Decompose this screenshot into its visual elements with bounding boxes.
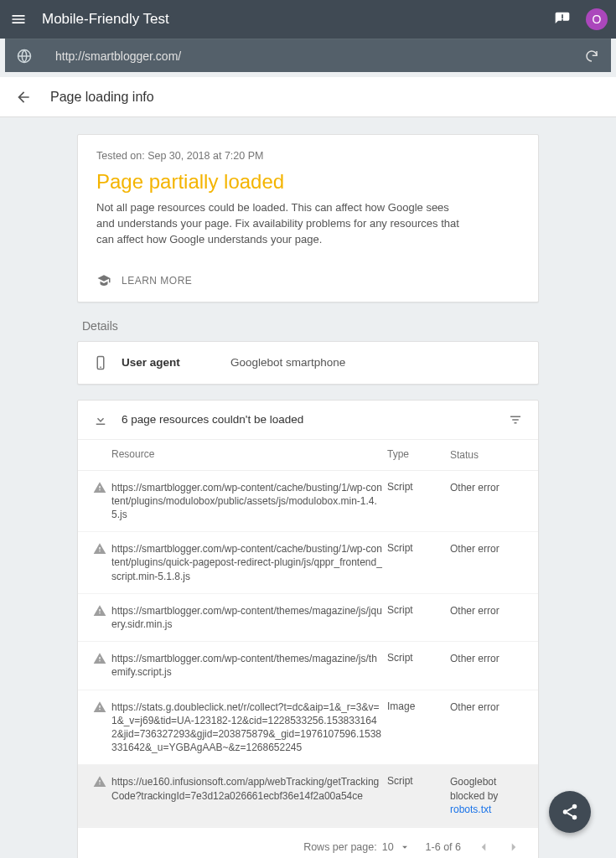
avatar[interactable]: O	[586, 8, 608, 30]
svg-point-6	[572, 815, 577, 820]
resources-header: 6 page resources couldn't be loaded	[78, 401, 538, 440]
resource-type: Image	[387, 690, 450, 765]
details-label: Details	[82, 319, 539, 333]
table-row[interactable]: https://smartblogger.com/wp-content/them…	[78, 642, 538, 690]
resource-status: Other error	[450, 532, 538, 594]
menu-icon[interactable]	[8, 9, 28, 29]
warning-icon	[78, 690, 111, 765]
app-title: Mobile-Friendly Test	[42, 11, 552, 28]
resource-url: https://stats.g.doubleclick.net/r/collec…	[111, 690, 387, 765]
resource-url: https://ue160.infusionsoft.com/app/webTr…	[111, 765, 387, 827]
prev-page-button[interactable]	[476, 840, 491, 855]
user-agent-label: User agent	[122, 356, 230, 369]
back-icon[interactable]	[13, 87, 34, 107]
tested-on-label: Tested on: Sep 30, 2018 at 7:20 PM	[96, 150, 520, 162]
resource-url: https://smartblogger.com/wp-content/cach…	[111, 532, 387, 594]
pagination: Rows per page: 10 1-6 of 6	[78, 827, 538, 858]
resource-type: Script	[387, 532, 450, 594]
next-page-button[interactable]	[506, 840, 521, 855]
refresh-icon[interactable]	[582, 47, 601, 65]
resource-type: Script	[387, 642, 450, 690]
table-row[interactable]: https://smartblogger.com/wp-content/them…	[78, 593, 538, 641]
col-resource: Resource	[111, 440, 387, 471]
app-bar: Mobile-Friendly Test O	[0, 0, 616, 39]
download-icon	[93, 412, 122, 427]
resource-url: https://smartblogger.com/wp-content/cach…	[111, 470, 387, 532]
warning-icon	[78, 593, 111, 641]
table-row[interactable]: https://smartblogger.com/wp-content/cach…	[78, 532, 538, 594]
page-title: Page loading info	[50, 90, 154, 105]
col-type: Type	[387, 440, 450, 471]
learn-more-icon	[96, 273, 111, 288]
learn-more-label: LEARN MORE	[122, 275, 192, 287]
status-heading: Page partially loaded	[96, 170, 520, 194]
feedback-icon[interactable]	[552, 9, 572, 29]
page-range: 1-6 of 6	[426, 841, 461, 853]
resource-type: Script	[387, 470, 450, 532]
chevron-down-icon	[399, 841, 411, 853]
url-input[interactable]: http://smartblogger.com/	[55, 49, 582, 63]
rows-per-page[interactable]: Rows per page: 10	[303, 841, 410, 853]
learn-more-button[interactable]: LEARN MORE	[96, 273, 520, 288]
url-bar: http://smartblogger.com/	[5, 39, 611, 72]
globe-icon	[15, 47, 34, 65]
subheader: Page loading info	[0, 77, 616, 117]
resource-type: Script	[387, 765, 450, 827]
resources-title: 6 page resources couldn't be loaded	[122, 413, 508, 426]
resources-card: 6 page resources couldn't be loaded Reso…	[77, 400, 539, 858]
svg-point-4	[572, 804, 577, 809]
resource-status: Googlebot blocked by robots.txt	[450, 765, 538, 827]
table-row[interactable]: https://stats.g.doubleclick.net/r/collec…	[78, 690, 538, 765]
status-description: Not all page resources could be loaded. …	[96, 200, 465, 248]
user-agent-value: Googlebot smartphone	[230, 356, 345, 369]
warning-icon	[78, 642, 111, 690]
col-status: Status	[450, 440, 538, 471]
rows-per-page-label: Rows per page:	[303, 841, 377, 853]
resource-url: https://smartblogger.com/wp-content/them…	[111, 642, 387, 690]
table-row[interactable]: https://smartblogger.com/wp-content/cach…	[78, 470, 538, 532]
smartphone-icon	[93, 355, 122, 370]
share-fab[interactable]	[549, 791, 591, 833]
warning-icon	[78, 765, 111, 827]
summary-card: Tested on: Sep 30, 2018 at 7:20 PM Page …	[77, 134, 539, 302]
resources-table: Resource Type Status https://smartblogge…	[78, 440, 538, 827]
svg-point-5	[563, 809, 568, 814]
resource-type: Script	[387, 593, 450, 641]
resource-status: Other error	[450, 593, 538, 641]
robots-link[interactable]: robots.txt	[450, 804, 491, 815]
filter-icon[interactable]	[508, 412, 523, 427]
resource-status: Other error	[450, 642, 538, 690]
resource-status: Other error	[450, 690, 538, 765]
user-agent-card: User agent Googlebot smartphone	[77, 341, 539, 385]
resource-url: https://smartblogger.com/wp-content/them…	[111, 593, 387, 641]
rows-per-page-value: 10	[382, 841, 394, 853]
resource-status: Other error	[450, 470, 538, 532]
table-row[interactable]: https://ue160.infusionsoft.com/app/webTr…	[78, 765, 538, 827]
warning-icon	[78, 470, 111, 532]
warning-icon	[78, 532, 111, 594]
